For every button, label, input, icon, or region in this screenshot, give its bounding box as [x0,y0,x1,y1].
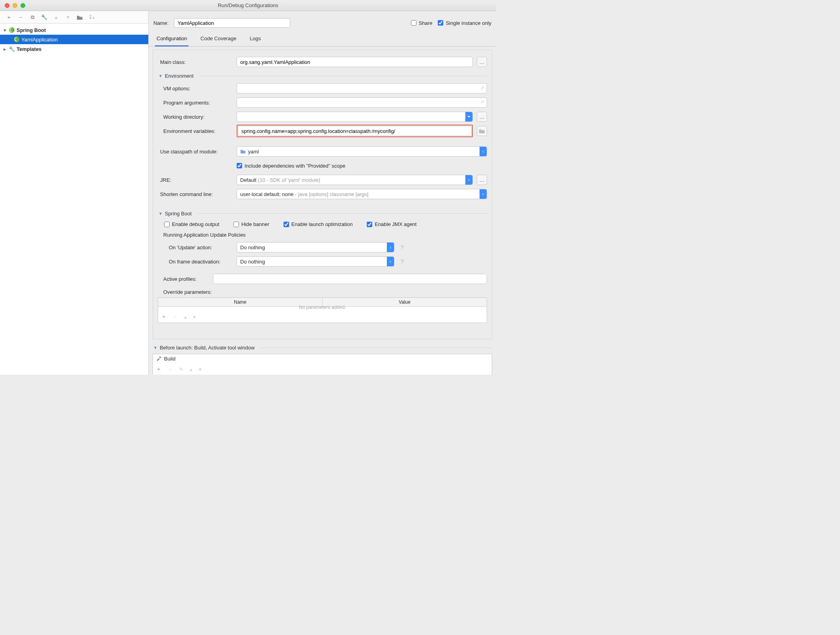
single-instance-checkbox[interactable]: Single instance only [438,20,491,26]
tree-node-yamlapplication[interactable]: YamlApplication [0,35,148,44]
single-instance-label: Single instance only [446,20,491,26]
move-up-icon[interactable]: ▴ [53,14,59,21]
env-vars-label: Environment variables: [158,128,233,134]
edit-defaults-icon[interactable]: 🔧 [41,14,47,21]
chevron-down-icon: ▾ [2,27,7,33]
env-vars-browse-button[interactable] [477,126,487,136]
chevron-down-icon[interactable]: ▼ [159,211,162,216]
tab-code-coverage[interactable]: Code Coverage [199,32,238,46]
program-args-label: Program arguments: [158,100,233,106]
tree-node-springboot[interactable]: ▾ Spring Boot [0,25,148,35]
include-provided-checkbox[interactable]: Include dependencies with "Provided" sco… [237,163,345,169]
tree-label: Templates [17,46,41,52]
tab-configuration[interactable]: Configuration [155,32,189,47]
on-update-select[interactable]: Do nothing [237,242,394,252]
enable-debug-checkbox[interactable]: Enable debug output [164,221,219,227]
config-name-input[interactable] [174,18,290,28]
module-icon [240,149,246,154]
env-vars-input[interactable] [238,126,472,136]
config-content: Name: Share Single instance only Configu… [149,11,496,375]
remove-param-icon[interactable]: － [173,313,178,320]
update-policies-heading: Running Application Update Policies [158,230,487,240]
on-frame-select[interactable]: Do nothing [237,256,394,267]
tab-logs[interactable]: Logs [248,32,262,46]
sort-icon[interactable]: ↧₂ [88,14,95,21]
vm-options-label: VM options: [158,86,233,92]
column-name: Name [158,298,323,306]
jre-label: JRE: [158,177,233,183]
svg-rect-2 [159,356,161,358]
shorten-cmd-label: Shorten command line: [158,191,233,197]
add-config-icon[interactable]: ＋ [6,14,12,21]
remove-before-icon[interactable]: － [168,366,173,373]
chevron-right-icon: ▸ [2,46,7,52]
add-param-icon[interactable]: ＋ [161,313,166,320]
chevron-down-icon[interactable]: ▼ [159,74,162,78]
working-dir-label: Working directory: [158,114,233,120]
titlebar: Run/Debug Configurations [0,0,496,11]
tree-node-templates[interactable]: ▸ 🔧 Templates [0,44,148,54]
enable-launch-opt-checkbox[interactable]: Enable launch optimization [284,221,353,227]
include-provided-label: Include dependencies with "Provided" sco… [245,163,345,169]
classpath-module-value: yaml [248,149,259,155]
classpath-module-label: Use classpath of module: [158,149,233,155]
spring-boot-icon [9,27,15,33]
working-dir-input[interactable] [237,112,473,122]
main-class-input[interactable] [237,57,473,67]
vm-options-input[interactable] [237,83,487,93]
move-up-icon[interactable]: ▴ [190,366,192,372]
hide-banner-checkbox[interactable]: Hide banner [233,221,269,227]
help-icon[interactable]: ? [401,258,404,265]
share-checkbox[interactable]: Share [411,20,433,26]
browse-working-dir-button[interactable]: … [477,112,487,122]
configurations-sidebar: ＋ － ⧉ 🔧 ▴ ▾ ↧₂ ▾ Spring Boot [0,11,149,375]
before-launch-item-build[interactable]: Build [153,354,492,363]
tree-label: YamlApplication [21,37,58,43]
remove-config-icon[interactable]: － [17,14,24,21]
window-title: Run/Debug Configurations [0,2,496,8]
override-params-label: Override parameters: [158,286,487,296]
jre-select[interactable]: Default (10 - SDK of 'yaml' module) [237,175,473,185]
sidebar-toolbar: ＋ － ⧉ 🔧 ▴ ▾ ↧₂ [0,11,148,24]
config-tabs: Configuration Code Coverage Logs [149,32,496,47]
tree-label: Spring Boot [17,27,46,33]
edit-before-icon[interactable]: ✎ [179,366,183,372]
enable-jmx-checkbox[interactable]: Enable JMX agent [367,221,416,227]
browse-main-class-button[interactable]: … [477,57,487,67]
move-down-icon[interactable]: ▾ [199,366,202,372]
hammer-icon [156,356,162,362]
move-up-icon[interactable]: ▴ [184,314,187,320]
on-update-label: On 'Update' action: [158,245,233,250]
springboot-section-label: Spring Boot [165,211,192,217]
active-profiles-label: Active profiles: [158,276,209,282]
program-args-input[interactable] [237,97,487,108]
move-down-icon[interactable]: ▾ [65,14,71,21]
wrench-icon: 🔧 [9,46,15,52]
browse-jre-button[interactable]: … [477,175,487,185]
move-down-icon[interactable]: ▾ [193,314,196,320]
config-tree: ▾ Spring Boot YamlApplication ▸ 🔧 Templa… [0,24,148,375]
spring-boot-icon [13,36,20,43]
before-launch-list: Build ＋ － ✎ ▴ ▾ [153,354,492,375]
shorten-cmd-select[interactable]: user-local default: none - java [options… [237,189,487,199]
chevron-down-icon[interactable]: ▼ [153,346,157,350]
before-launch-label: Before launch: Build, Activate tool wind… [160,345,255,351]
build-label: Build [164,356,175,362]
environment-section-label: Environment [165,73,194,79]
folder-group-icon[interactable] [77,14,83,21]
copy-config-icon[interactable]: ⧉ [29,14,35,21]
column-value: Value [323,298,487,306]
on-frame-label: On frame deactivation: [158,259,233,265]
help-icon[interactable]: ? [401,244,404,250]
add-before-icon[interactable]: ＋ [156,366,161,373]
active-profiles-input[interactable] [213,274,487,284]
share-label: Share [419,20,433,26]
classpath-module-select[interactable]: yaml [237,146,487,157]
main-class-label: Main class: [158,59,233,65]
name-label: Name: [153,20,168,26]
override-params-table: Name Value No parameters added. ＋ － ▴ ▾ [158,297,487,323]
